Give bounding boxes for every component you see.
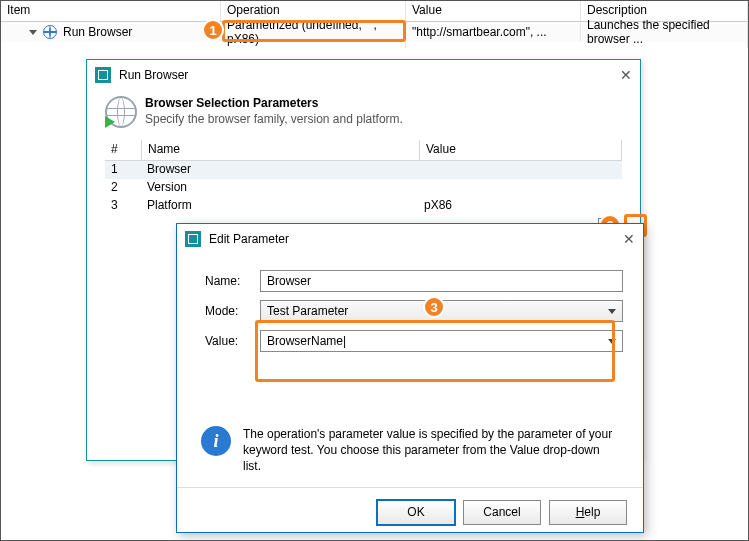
dialog1-titlebar[interactable]: Run Browser ✕ bbox=[87, 60, 640, 90]
app-icon bbox=[95, 67, 111, 83]
ok-button[interactable]: OK bbox=[377, 500, 455, 525]
close-icon[interactable]: ✕ bbox=[623, 231, 635, 247]
app-icon bbox=[185, 231, 201, 247]
grid-row[interactable]: Run Browser Parametrized (undefined, "",… bbox=[1, 22, 748, 42]
dialog1-heading: Browser Selection Parameters bbox=[145, 96, 318, 110]
info-text: The operation's parameter value is speci… bbox=[243, 426, 619, 475]
edit-parameter-dialog: Edit Parameter ✕ Name: Browser Mode: Tes… bbox=[176, 223, 644, 533]
help-button[interactable]: Help bbox=[549, 500, 627, 525]
pt-col-num[interactable]: # bbox=[105, 140, 142, 160]
label-mode: Mode: bbox=[205, 304, 260, 318]
cancel-button[interactable]: Cancel bbox=[463, 500, 541, 525]
chevron-down-icon bbox=[608, 339, 616, 344]
mode-dropdown[interactable]: Test Parameter bbox=[260, 300, 623, 322]
chevron-down-icon bbox=[608, 309, 616, 314]
value-dropdown[interactable]: BrowserName| bbox=[260, 330, 623, 352]
dialog1-title: Run Browser bbox=[119, 68, 188, 82]
param-table: # Name Value 1 Browser 2 Version 3 Platf… bbox=[105, 140, 622, 215]
expand-arrow-icon[interactable] bbox=[29, 30, 37, 35]
col-item[interactable]: Item bbox=[1, 1, 221, 21]
label-value: Value: bbox=[205, 334, 260, 348]
param-row[interactable]: 2 Version bbox=[105, 179, 622, 197]
col-value[interactable]: Value bbox=[406, 1, 581, 21]
param-row[interactable]: 1 Browser bbox=[105, 161, 622, 179]
param-row[interactable]: 3 Platform pX86 bbox=[105, 197, 622, 215]
row-value[interactable]: "http://smartbear.com", ... bbox=[406, 23, 581, 41]
dialog2-titlebar[interactable]: Edit Parameter ✕ bbox=[177, 224, 643, 254]
close-icon[interactable]: ✕ bbox=[620, 67, 632, 83]
browser-icon bbox=[43, 25, 57, 39]
pt-col-name[interactable]: Name bbox=[142, 140, 420, 160]
dialog1-subheading: Specify the browser family, version and … bbox=[145, 112, 403, 126]
row-description: Launches the specified browser ... bbox=[581, 16, 748, 48]
dialog2-title: Edit Parameter bbox=[209, 232, 289, 246]
label-name: Name: bbox=[205, 274, 260, 288]
row-item-label: Run Browser bbox=[63, 25, 132, 39]
run-browser-icon bbox=[105, 96, 135, 126]
name-field[interactable]: Browser bbox=[260, 270, 623, 292]
pt-col-value[interactable]: Value bbox=[420, 140, 622, 160]
info-icon: i bbox=[201, 426, 231, 456]
row-operation[interactable]: Parametrized (undefined, "", pX86) bbox=[221, 16, 406, 48]
